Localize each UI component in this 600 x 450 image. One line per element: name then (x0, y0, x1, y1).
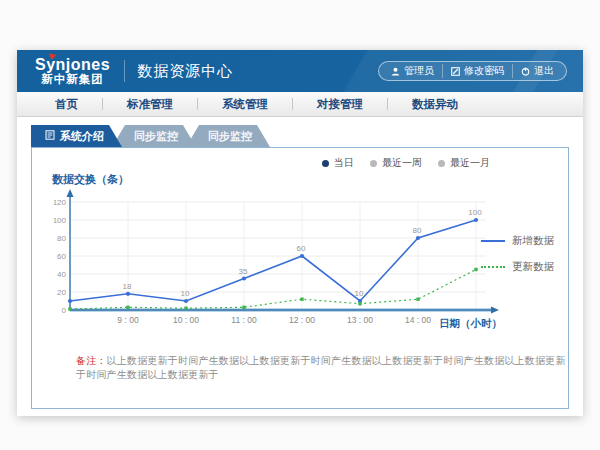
radio-label: 最近一月 (450, 156, 490, 170)
app-header: Synjones 新中新集团 数据资源中心 管理员 修改密码 (17, 50, 583, 92)
legend-line-sample (481, 266, 505, 268)
radio-dot (438, 160, 445, 167)
header-divider (124, 60, 125, 82)
app-window: Synjones 新中新集团 数据资源中心 管理员 修改密码 (17, 50, 583, 416)
logout-button[interactable]: 退出 (512, 64, 562, 78)
nav-item-standard-mgmt[interactable]: 标准管理 (103, 97, 197, 112)
svg-text:60: 60 (297, 244, 306, 253)
legend-line-sample (481, 240, 505, 242)
nav-item-home[interactable]: 首页 (31, 97, 102, 112)
user-label: 管理员 (404, 64, 434, 78)
radio-label: 最近一周 (382, 156, 422, 170)
chart-legend: 新增数据 更新数据 (481, 234, 554, 274)
brand-accent-icon (47, 53, 56, 61)
tab-sync-monitor-1[interactable]: 同步监控 (112, 125, 196, 147)
svg-text:10 : 00: 10 : 00 (173, 315, 199, 325)
svg-text:100: 100 (54, 216, 67, 225)
footnote: 备注：以上数据更新于时间产生数据以上数据更新于时间产生数据以上数据更新于时间产生… (76, 354, 568, 382)
radio-label: 当日 (334, 156, 354, 170)
current-user-button[interactable]: 管理员 (383, 64, 442, 78)
legend-label: 更新数据 (512, 260, 554, 274)
content-area: 系统介绍 同步监控 同步监控 当日 最近一周 (17, 117, 583, 409)
svg-text:10: 10 (355, 289, 364, 298)
document-icon (45, 125, 55, 147)
svg-text:13 : 00: 13 : 00 (347, 315, 373, 325)
footnote-prefix: 备注： (76, 355, 107, 366)
brand-company: 新中新集团 (35, 73, 110, 85)
svg-text:20: 20 (57, 288, 66, 297)
y-axis-title: 数据交换（条） (52, 172, 129, 187)
legend-item-new-data: 新增数据 (481, 234, 554, 248)
nav-item-interface-mgmt[interactable]: 对接管理 (293, 97, 387, 112)
svg-text:120: 120 (54, 198, 67, 207)
tab-system-intro[interactable]: 系统介绍 (31, 125, 122, 147)
tab-label: 系统介绍 (60, 125, 104, 147)
footnote-text: 以上数据更新于时间产生数据以上数据更新于时间产生数据以上数据更新于时间产生数据以… (76, 355, 566, 380)
change-password-label: 修改密码 (464, 64, 504, 78)
user-icon (391, 67, 400, 76)
radio-today[interactable]: 当日 (322, 156, 354, 170)
user-menu: 管理员 修改密码 退出 (378, 61, 567, 81)
edit-icon (451, 67, 460, 76)
page-title: 数据资源中心 (137, 62, 233, 81)
brand-wordmark: Synjones (35, 57, 110, 74)
nav-item-data-change[interactable]: 数据异动 (388, 97, 482, 112)
radio-last-week[interactable]: 最近一周 (370, 156, 422, 170)
chart-panel: 当日 最近一周 最近一月 数据交换（条） 0204060801001209 : … (31, 147, 569, 409)
tab-bar: 系统介绍 同步监控 同步监控 (31, 125, 569, 147)
svg-text:80: 80 (413, 226, 422, 235)
svg-text:60: 60 (57, 252, 66, 261)
radio-dot (322, 160, 329, 167)
radio-dot (370, 160, 377, 167)
line-chart: 0204060801001209 : 0010 : 0011 : 0012 : … (54, 188, 504, 338)
logout-label: 退出 (534, 64, 554, 78)
tab-label: 同步监控 (134, 130, 178, 142)
nav-item-system-mgmt[interactable]: 系统管理 (198, 97, 292, 112)
legend-item-update-data: 更新数据 (481, 260, 554, 274)
brand-logo: Synjones 新中新集团 (35, 57, 110, 86)
svg-text:0: 0 (62, 306, 67, 315)
change-password-button[interactable]: 修改密码 (442, 64, 512, 78)
svg-text:35: 35 (239, 267, 248, 276)
svg-text:10: 10 (181, 289, 190, 298)
radio-last-month[interactable]: 最近一月 (438, 156, 490, 170)
svg-text:12 : 00: 12 : 00 (289, 315, 315, 325)
svg-text:100: 100 (468, 208, 482, 217)
svg-text:14 : 00: 14 : 00 (405, 315, 431, 325)
svg-text:40: 40 (57, 270, 66, 279)
range-filter: 当日 最近一周 最近一月 (322, 156, 490, 170)
power-icon (521, 67, 530, 76)
svg-text:11 : 00: 11 : 00 (231, 315, 257, 325)
main-nav: 首页 标准管理 系统管理 对接管理 数据异动 (17, 92, 583, 117)
legend-label: 新增数据 (512, 234, 554, 248)
svg-text:18: 18 (123, 282, 132, 291)
svg-text:日期（小时）: 日期（小时） (439, 317, 502, 330)
tab-sync-monitor-2[interactable]: 同步监控 (186, 125, 270, 147)
tab-label: 同步监控 (208, 130, 252, 142)
svg-text:9 : 00: 9 : 00 (117, 315, 139, 325)
svg-text:80: 80 (57, 234, 66, 243)
